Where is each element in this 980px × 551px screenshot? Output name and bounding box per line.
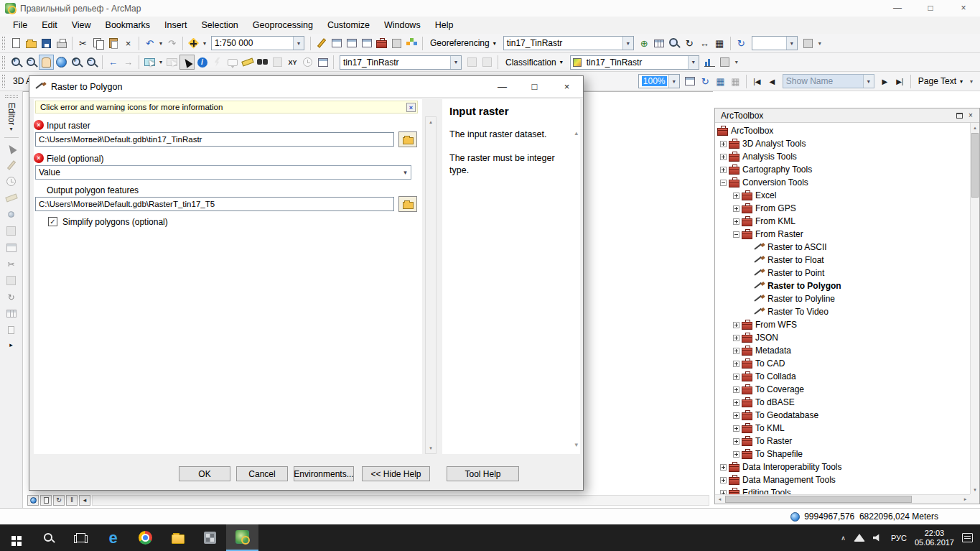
combo-arrow-icon[interactable]: ▾ [400,166,411,179]
expand-icon[interactable] [733,386,739,393]
go-forward-extent-icon[interactable]: → [121,55,136,70]
menu-file[interactable]: File [6,17,34,34]
map-scale-value[interactable]: 1:750 000 [212,38,293,48]
tree-item-raster-to-polyline[interactable]: Raster to Polyline [715,292,970,305]
combo-arrow-icon[interactable]: ▾ [688,56,699,69]
edit-tool-icon[interactable] [4,141,19,156]
toolbar-overflow-icon[interactable]: ▾ [967,78,976,85]
page-name-combo[interactable]: Show Name ▾ [783,74,874,88]
go-back-extent-icon[interactable]: ← [106,55,121,70]
fixed-zoom-out-icon[interactable]: − [84,55,99,70]
arcmap-taskbar-icon[interactable] [226,524,258,551]
expand-icon[interactable] [720,167,727,173]
georeferencing-menu[interactable]: Georeferencing ▾ [426,36,500,51]
expand-icon[interactable] [733,193,739,199]
expand-icon[interactable] [733,218,739,225]
pan-icon[interactable] [39,55,54,70]
network-icon[interactable] [854,534,865,542]
panel-close-icon[interactable]: × [965,110,976,121]
contrast-icon[interactable] [465,55,480,70]
expand-icon[interactable] [720,464,727,471]
catalog-window-icon[interactable] [344,36,359,51]
effects-layer-value[interactable]: tin17_TinRastr [340,57,450,68]
page-name-value[interactable]: Show Name [783,76,863,86]
find-icon[interactable] [255,55,270,70]
tree-item-label[interactable]: From KML [755,216,795,226]
tree-item-to-coverage[interactable]: To Coverage [715,383,970,396]
tree-item-raster-to-ascii[interactable]: Raster to ASCII [715,241,970,254]
tree-item-data-interoperability-tools[interactable]: Data Interoperability Tools [715,460,970,473]
tree-item-label[interactable]: From WFS [755,320,797,330]
menu-customize[interactable]: Customize [320,17,377,34]
simplify-checkbox[interactable]: ✓ [48,217,57,226]
previous-page-icon[interactable]: ◀ [765,74,780,89]
tree-item-3d-analyst-tools[interactable]: 3D Analyst Tools [715,137,970,150]
warning-close-icon[interactable]: × [406,103,416,112]
map-horizontal-scrollbar[interactable] [92,495,709,506]
menu-bookmarks[interactable]: Bookmarks [98,17,158,34]
tree-item-to-kml[interactable]: To KML [715,422,970,435]
print-icon[interactable] [54,36,69,51]
help-scroll-down-icon[interactable]: ▾ [574,441,578,448]
toolbar-expand-icon[interactable]: ▸ [9,341,13,348]
toolbar-grip[interactable] [5,95,18,98]
menu-insert[interactable]: Insert [157,17,194,34]
ddp-setup-icon[interactable] [683,74,698,89]
tree-item-label[interactable]: Raster To Video [767,307,829,317]
arctoolbox-panel-header[interactable]: ArcToolbox × [715,108,979,123]
tree-item-label[interactable]: From Raster [755,229,803,239]
tree-item-label[interactable]: Conversion Tools [742,177,808,187]
toolbar-extra-icon[interactable] [801,36,816,51]
tree-item-label[interactable]: Excel [755,190,776,200]
select-features-dropdown-icon[interactable]: ▾ [157,59,164,65]
add-data-dropdown-icon[interactable]: ▾ [201,40,208,47]
output-field[interactable] [35,197,394,211]
last-page-icon[interactable]: ▶| [892,74,907,89]
table-of-contents-icon[interactable] [329,36,344,51]
find-route-icon[interactable] [270,55,285,70]
split-tool-icon[interactable] [4,273,19,288]
full-extent-icon[interactable] [54,55,69,70]
ddp-grid-icon[interactable]: ▦ [713,74,728,89]
scrollbar-thumb[interactable] [971,133,979,198]
menu-view[interactable]: View [65,17,98,34]
toolbar-empty-combo[interactable]: ▾ [752,36,798,50]
toolbar-overflow-icon[interactable]: ▾ [732,59,741,65]
next-page-icon[interactable]: ▶ [877,74,892,89]
tree-item-analysis-tools[interactable]: Analysis Tools [715,150,970,163]
output-browse-button[interactable] [398,196,417,212]
arctoolbox-window-icon[interactable] [374,36,389,51]
tree-item-label[interactable]: Data Interoperability Tools [742,462,842,472]
scroll-up-icon[interactable]: ▴ [971,123,979,132]
tree-item-data-management-tools[interactable]: Data Management Tools [715,473,970,486]
new-document-icon[interactable] [9,36,24,51]
layout-view-button[interactable] [40,495,52,506]
tree-item-label[interactable]: Raster to ASCII [767,242,827,252]
tree-item-from-kml[interactable]: From KML [715,215,970,228]
identify-icon[interactable]: i [195,55,210,70]
panel-float-icon[interactable] [953,110,965,121]
tree-item-from-raster[interactable]: From Raster [715,228,970,241]
viewer-window-icon[interactable] [315,55,330,70]
html-popup-icon[interactable] [225,55,240,70]
file-explorer-icon[interactable] [162,524,194,551]
minimize-button[interactable]: — [881,0,914,17]
expand-icon[interactable] [733,374,739,380]
scroll-right-icon[interactable]: ▸ [961,495,970,504]
scroll-down-icon[interactable]: ▾ [426,443,436,453]
tree-item-label[interactable]: Cartography Tools [742,165,812,175]
zoom-in-icon[interactable]: + [9,55,24,70]
expand-icon[interactable] [733,322,739,328]
scroll-down-icon[interactable]: ▾ [971,485,979,494]
dialog-minimize-button[interactable]: — [486,76,518,97]
combo-arrow-icon[interactable]: ▾ [863,75,874,88]
tree-item-label[interactable]: Raster to Float [767,255,824,265]
classification-layer-combo[interactable]: tin17_TinRastr ▾ [570,55,699,70]
zoom-to-layer-icon[interactable] [667,36,682,51]
expand-icon[interactable] [733,425,739,432]
tree-item-label[interactable]: Raster to Polygon [767,281,841,291]
start-button[interactable] [0,524,32,551]
select-elements-icon[interactable] [179,55,195,70]
rotate-raster-icon[interactable]: ↻ [682,36,697,51]
brightness-icon[interactable] [480,55,495,70]
